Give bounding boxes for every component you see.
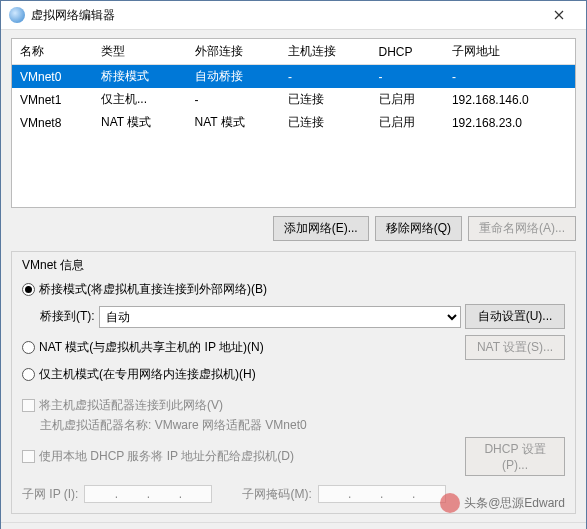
checkbox-icon: [22, 450, 35, 463]
dhcp-settings-button[interactable]: DHCP 设置(P)...: [465, 437, 565, 476]
column-header[interactable]: 类型: [93, 39, 187, 65]
nat-settings-button[interactable]: NAT 设置(S)...: [465, 335, 565, 360]
bridge-label: 桥接模式(将虚拟机直接连接到外部网络)(B): [39, 281, 267, 298]
table-row[interactable]: VMnet0桥接模式自动桥接---: [12, 65, 575, 89]
table-buttons: 添加网络(E)... 移除网络(Q) 重命名网络(A)...: [11, 208, 576, 251]
add-network-button[interactable]: 添加网络(E)...: [273, 216, 369, 241]
table-row[interactable]: VMnet1仅主机...-已连接已启用192.168.146.0: [12, 88, 575, 111]
virtual-network-editor-window: 虚拟网络编辑器 名称类型外部连接主机连接DHCP子网地址 VMnet0桥接模式自…: [0, 0, 587, 529]
app-icon: [9, 7, 25, 23]
vmnet-info-group: VMnet 信息 桥接模式(将虚拟机直接连接到外部网络)(B) 桥接到(T): …: [11, 251, 576, 514]
nat-mode-radio[interactable]: NAT 模式(与虚拟机共享主机的 IP 地址)(N) NAT 设置(S)...: [22, 332, 565, 363]
radio-icon: [22, 368, 35, 381]
host-adapter-name: 主机虚拟适配器名称: VMware 网络适配器 VMnet0: [22, 417, 565, 434]
radio-icon: [22, 283, 35, 296]
bridge-mode-radio[interactable]: 桥接模式(将虚拟机直接连接到外部网络)(B): [22, 278, 565, 301]
column-header[interactable]: 子网地址: [444, 39, 575, 65]
titlebar: 虚拟网络编辑器: [1, 1, 586, 30]
window-title: 虚拟网络编辑器: [31, 7, 536, 24]
column-header[interactable]: 外部连接: [187, 39, 281, 65]
ip-row: 子网 IP (I): ... 子网掩码(M): ...: [22, 479, 565, 503]
network-table[interactable]: 名称类型外部连接主机连接DHCP子网地址 VMnet0桥接模式自动桥接---VM…: [11, 38, 576, 208]
bridge-to-row: 桥接到(T): 自动 自动设置(U)...: [22, 301, 565, 332]
group-title: VMnet 信息: [18, 257, 88, 274]
dhcp-label: 使用本地 DHCP 服务将 IP 地址分配给虚拟机(D): [39, 448, 294, 465]
hostonly-mode-radio[interactable]: 仅主机模式(在专用网络内连接虚拟机)(H): [22, 363, 565, 386]
connect-host-label: 将主机虚拟适配器连接到此网络(V): [39, 397, 223, 414]
close-button[interactable]: [536, 1, 582, 29]
subnet-mask-label: 子网掩码(M):: [242, 486, 311, 503]
auto-settings-button[interactable]: 自动设置(U)...: [465, 304, 565, 329]
column-header[interactable]: 名称: [12, 39, 93, 65]
subnet-mask-field[interactable]: ...: [318, 485, 446, 503]
checkbox-icon: [22, 399, 35, 412]
content-area: 名称类型外部连接主机连接DHCP子网地址 VMnet0桥接模式自动桥接---VM…: [1, 30, 586, 522]
dhcp-checkbox[interactable]: 使用本地 DHCP 服务将 IP 地址分配给虚拟机(D) DHCP 设置(P).…: [22, 434, 565, 479]
bridge-to-select[interactable]: 自动: [99, 306, 461, 328]
rename-network-button[interactable]: 重命名网络(A)...: [468, 216, 576, 241]
remove-network-button[interactable]: 移除网络(Q): [375, 216, 462, 241]
column-header[interactable]: 主机连接: [280, 39, 370, 65]
radio-icon: [22, 341, 35, 354]
nat-label: NAT 模式(与虚拟机共享主机的 IP 地址)(N): [39, 339, 264, 356]
subnet-ip-label: 子网 IP (I):: [22, 486, 78, 503]
hostonly-label: 仅主机模式(在专用网络内连接虚拟机)(H): [39, 366, 256, 383]
column-header[interactable]: DHCP: [371, 39, 444, 65]
bridge-to-label: 桥接到(T):: [40, 308, 95, 325]
subnet-ip-field[interactable]: ...: [84, 485, 212, 503]
footer: 还原默认设置(R)... 确定 取消 应用(A) 帮助: [1, 522, 586, 529]
table-row[interactable]: VMnet8NAT 模式NAT 模式已连接已启用192.168.23.0: [12, 111, 575, 134]
connect-host-checkbox[interactable]: 将主机虚拟适配器连接到此网络(V): [22, 394, 565, 417]
close-icon: [554, 10, 564, 20]
